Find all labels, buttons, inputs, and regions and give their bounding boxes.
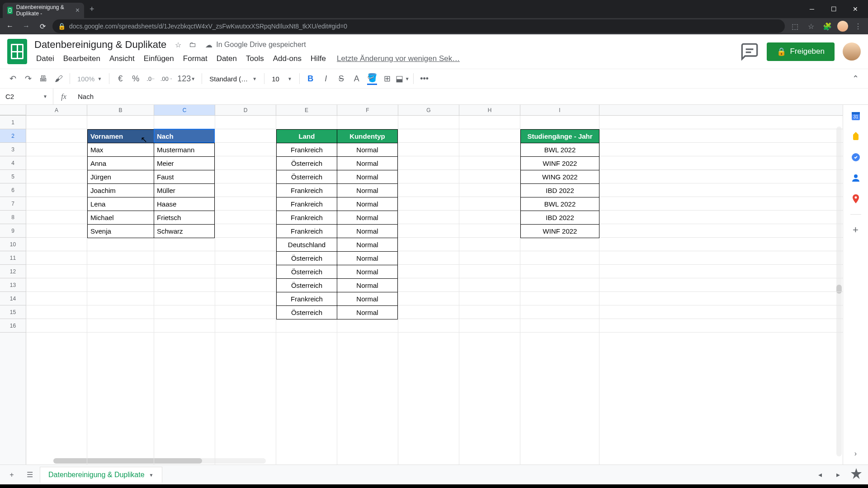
table-cell[interactable]: Mustermann [154,143,215,157]
row-header-16[interactable]: 16 [0,319,26,333]
document-title[interactable]: Datenbereinigung & Duplikate [33,38,168,52]
row-header-4[interactable]: 4 [0,156,26,170]
row-header-11[interactable]: 11 [0,251,26,265]
table-cell[interactable]: Jürgen [88,170,154,184]
horizontal-scrollbar[interactable] [53,458,266,464]
row-header-8[interactable]: 8 [0,211,26,224]
menu-einfügen[interactable]: Einfügen [140,52,178,65]
table-cell[interactable]: Normal [337,157,398,170]
zoom-select[interactable]: 100% ▼ [74,75,105,83]
last-edit-link[interactable]: Letzte Änderung vor wenigen Sek… [337,54,460,63]
menu-hilfe[interactable]: Hilfe [307,52,330,65]
bold-button[interactable]: B [303,71,318,86]
minimize-button[interactable]: ─ [803,2,821,16]
row-header-14[interactable]: 14 [0,292,26,305]
row-header-9[interactable]: 9 [0,224,26,238]
formula-input[interactable]: Nach [74,93,868,100]
new-tab-button[interactable]: + [90,5,94,14]
table-cell[interactable]: Normal [337,252,398,265]
table-cell[interactable]: Österreich [277,157,337,170]
close-tab-icon[interactable]: × [75,7,80,14]
redo-button[interactable]: ↷ [21,71,35,86]
table-cell[interactable]: Österreich [277,170,337,184]
table-header[interactable]: Nach [154,130,215,143]
browser-menu-icon[interactable]: ⋮ [852,20,864,33]
data-table[interactable]: VornamenNachMaxMustermannAnnaMeierJürgen… [87,129,215,238]
row-header-6[interactable]: 6 [0,183,26,197]
table-cell[interactable]: Normal [337,197,398,211]
column-header-A[interactable]: A [26,105,87,115]
table-cell[interactable]: Normal [337,265,398,279]
table-cell[interactable]: Österreich [277,306,337,319]
row-header-13[interactable]: 13 [0,278,26,292]
table-cell[interactable]: Joachim [88,184,154,197]
hide-sidepanel-icon[interactable]: › [850,448,861,459]
all-sheets-button[interactable]: ☰ [22,467,38,483]
percent-button[interactable]: % [128,71,143,86]
contacts-icon[interactable] [850,173,861,183]
table-cell[interactable]: WING 2022 [521,170,599,184]
scroll-sheets-left[interactable]: ◂ [812,467,828,483]
column-header-B[interactable]: B [87,105,154,115]
reload-button[interactable]: ⟳ [36,20,49,33]
row-header-2[interactable]: 2 [0,129,26,143]
table-cell[interactable]: Haase [154,197,215,211]
table-cell[interactable]: Normal [337,170,398,184]
table-cell[interactable]: Schwarz [154,225,215,238]
table-cell[interactable]: IBD 2022 [521,184,599,197]
calendar-icon[interactable]: 31 [850,110,861,121]
font-size-select[interactable]: 10 ▼ [268,75,296,83]
strikethrough-button[interactable]: S [334,71,349,86]
close-window-button[interactable]: ✕ [846,2,864,16]
fill-color-button[interactable]: 🪣 [365,71,379,86]
table-cell[interactable]: Frankreich [277,292,337,306]
row-header-10[interactable]: 10 [0,238,26,251]
table-header[interactable]: Land [277,130,337,143]
tasks-icon[interactable] [850,152,861,163]
table-cell[interactable]: WINF 2022 [521,157,599,170]
text-color-button[interactable]: A [349,71,364,86]
cells-area[interactable]: ↖ VornamenNachMaxMustermannAnnaMeierJürg… [26,116,843,465]
print-button[interactable]: 🖶 [36,71,51,86]
table-cell[interactable]: Normal [337,292,398,306]
sheets-logo[interactable] [7,39,27,64]
share-button[interactable]: 🔒 Freigeben [767,42,835,61]
menu-add-ons[interactable]: Add-ons [269,52,305,65]
account-avatar[interactable] [843,42,861,61]
table-cell[interactable]: IBD 2022 [521,211,599,225]
menu-datei[interactable]: Datei [33,52,58,65]
table-cell[interactable]: Müller [154,184,215,197]
table-cell[interactable]: Max [88,143,154,157]
menu-format[interactable]: Format [179,52,211,65]
browser-tab[interactable]: Datenbereinigung & Duplikate - × [3,3,84,18]
table-cell[interactable]: Lena [88,197,154,211]
table-cell[interactable]: BWL 2022 [521,197,599,211]
font-select[interactable]: Standard (… ▼ [206,75,260,83]
currency-button[interactable]: € [113,71,127,86]
paint-format-button[interactable]: 🖌 [52,71,66,86]
row-header-3[interactable]: 3 [0,143,26,156]
table-cell[interactable]: WINF 2022 [521,225,599,238]
maximize-button[interactable]: ☐ [825,2,843,16]
forward-button[interactable]: → [20,20,33,33]
table-cell[interactable]: Faust [154,170,215,184]
maps-icon[interactable] [850,193,861,204]
column-header-G[interactable]: G [398,105,459,115]
table-cell[interactable]: Österreich [277,252,337,265]
star-icon[interactable]: ☆ [174,40,183,49]
table-cell[interactable]: Frankreich [277,211,337,225]
table-cell[interactable]: Österreich [277,279,337,292]
table-cell[interactable]: BWL 2022 [521,143,599,157]
collapse-toolbar-button[interactable]: ⌃ [848,71,863,86]
column-header-H[interactable]: H [459,105,520,115]
column-header-F[interactable]: F [337,105,398,115]
column-header-D[interactable]: D [215,105,276,115]
undo-button[interactable]: ↶ [5,71,20,86]
add-sheet-button[interactable]: + [4,467,20,483]
name-box[interactable]: C2 ▼ [0,89,53,104]
borders-button[interactable]: ⊞ [380,71,395,86]
table-cell[interactable]: Normal [337,306,398,319]
decrease-decimal-button[interactable]: .0← [144,71,158,86]
table-header[interactable]: Studiengänge - Jahr [521,130,599,143]
table-cell[interactable]: Frankreich [277,143,337,157]
